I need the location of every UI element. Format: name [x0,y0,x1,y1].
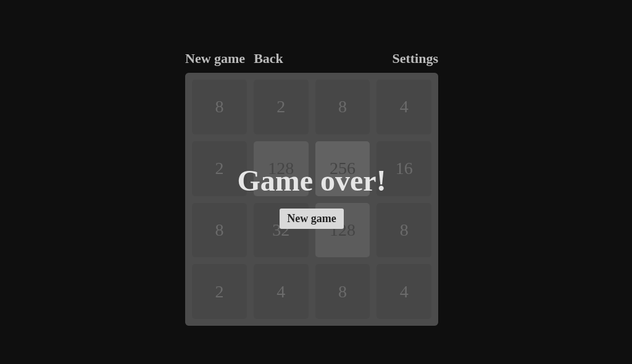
back-link[interactable]: Back [254,51,283,67]
game-over-message: Game over! [237,163,386,197]
top-menu: New game Back Settings [185,51,438,67]
new-game-link[interactable]: New game [185,51,245,67]
settings-link[interactable]: Settings [392,51,438,67]
menu-spacer [292,51,393,67]
overlay-new-game-button[interactable]: New game [280,209,343,229]
game-over-overlay: Game over! New game [185,73,438,326]
